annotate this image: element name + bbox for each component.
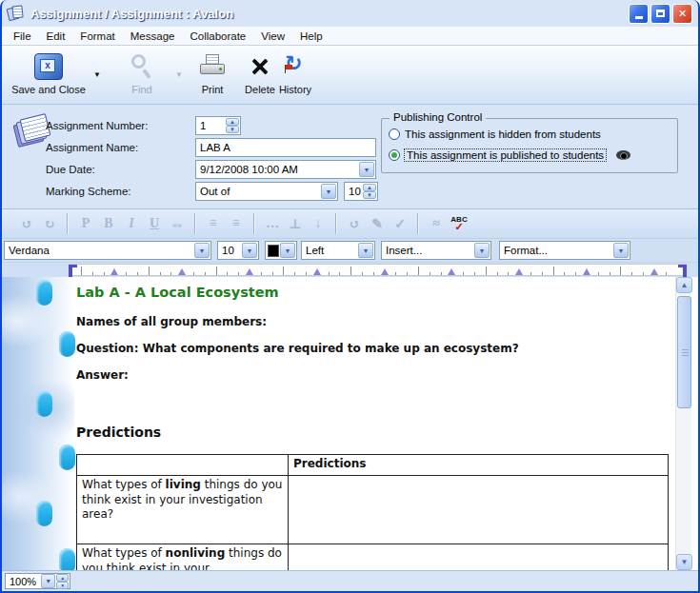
question-cell[interactable]: What types of living things do you think… <box>77 476 289 544</box>
ruler-tick <box>508 272 509 275</box>
left-margin-marker[interactable] <box>69 265 77 277</box>
assignment-number-stepper[interactable]: 1 ▲▼ <box>195 116 241 135</box>
marking-points-stepper[interactable]: 10 ▲▼ <box>344 182 378 201</box>
tab-marker <box>246 268 253 275</box>
right-margin-marker[interactable] <box>678 265 687 277</box>
delete-icon <box>250 56 270 77</box>
scroll-up-icon[interactable]: ▲ <box>676 277 692 293</box>
tab-marker <box>515 268 523 275</box>
alignment-combobox[interactable]: Left ▼ <box>301 241 375 260</box>
marking-scheme-combobox[interactable]: Out of ▼ <box>195 182 338 201</box>
insert-combobox[interactable]: Insert... ▼ <box>381 241 491 260</box>
quote-icon: «» <box>168 214 187 233</box>
ruler-tick <box>339 272 340 275</box>
menu-edit[interactable]: Edit <box>39 29 73 44</box>
font-toolbar: Verdana ▼ 10 ▼ ▼ Left ▼ Insert... ▼ Form… <box>2 239 698 263</box>
assignment-name-field[interactable] <box>200 142 375 153</box>
close-button[interactable]: ✕ <box>672 4 692 24</box>
marking-scheme-dropdown-icon[interactable]: ▼ <box>321 184 336 199</box>
question-cell[interactable]: What types of nonliving things do you th… <box>77 544 289 571</box>
window-title: Assignment / Assignment : Avalon <box>30 7 629 21</box>
format-dropdown-icon[interactable]: ▼ <box>613 243 629 258</box>
published-option-row[interactable]: This assignment is published to students <box>389 148 630 163</box>
minimize-button[interactable] <box>629 4 649 24</box>
font-color-dropdown-icon[interactable]: ▼ <box>280 243 295 258</box>
ruler-tick <box>395 272 396 275</box>
published-option-label: This assignment is published to students <box>405 149 606 161</box>
number-up-icon[interactable]: ▲ <box>226 118 239 126</box>
status-bar: 100% ▼ ▲▼ <box>2 570 698 591</box>
menu-help[interactable]: Help <box>292 29 330 44</box>
zoom-control[interactable]: 100% ▼ ▲▼ <box>5 573 70 589</box>
document-line: Answer: <box>76 368 129 382</box>
font-size-dropdown-icon[interactable]: ▼ <box>242 243 257 258</box>
tab-marker <box>178 268 186 275</box>
points-up-icon[interactable]: ▲ <box>363 184 376 191</box>
spellcheck-icon[interactable]: ABC✓ <box>450 214 469 233</box>
ruler-tick <box>193 272 194 275</box>
number-down-icon[interactable]: ▼ <box>226 126 239 133</box>
font-color-combobox[interactable]: ▼ <box>265 241 297 260</box>
predictions-header-cell[interactable]: Predictions <box>289 455 669 476</box>
ruler-tick <box>227 272 228 275</box>
answer-cell[interactable] <box>289 476 669 544</box>
ruler-tick <box>294 272 295 275</box>
menu-collaborate[interactable]: Collaborate <box>182 29 253 44</box>
answer-cell[interactable] <box>289 544 669 571</box>
zoom-dropdown-icon[interactable]: ▼ <box>41 574 55 588</box>
ruler-tick <box>620 267 621 275</box>
due-date-dropdown-icon[interactable]: ▼ <box>359 162 374 177</box>
document-heading: Lab A - A Local Ecosystem <box>76 285 279 300</box>
ruler-tick <box>407 272 408 275</box>
font-family-dropdown-icon[interactable]: ▼ <box>194 243 210 258</box>
color-swatch <box>268 245 279 257</box>
published-radio[interactable] <box>389 149 400 161</box>
ruler-tick <box>216 267 217 275</box>
ruler-tick <box>283 267 284 275</box>
ruler-tick <box>205 272 206 275</box>
undo-icon: ↺ <box>17 214 36 233</box>
history-button[interactable]: ↻ History <box>269 49 322 95</box>
save-dropdown-arrow-icon[interactable]: ▼ <box>93 70 101 79</box>
predictions-table: Predictions What types of living things … <box>76 454 669 570</box>
paragraph-icon: P <box>76 214 95 233</box>
assignment-name-label: Assignment Name: <box>46 142 195 153</box>
hidden-option-row[interactable]: This assignment is hidden from students <box>389 127 601 142</box>
font-family-combobox[interactable]: Verdana ▼ <box>4 241 211 260</box>
menu-view[interactable]: View <box>253 29 292 44</box>
scroll-down-icon[interactable]: ▼ <box>676 554 692 570</box>
format-combobox[interactable]: Format... ▼ <box>499 241 630 260</box>
due-date-combobox[interactable]: 9/12/2008 10:00 AM ▼ <box>195 160 376 179</box>
ruler-tick <box>362 272 363 275</box>
zoom-up-icon[interactable]: ▲ <box>56 574 69 582</box>
empty-header-cell[interactable] <box>77 455 289 476</box>
table-row: What types of living things do you think… <box>77 476 669 544</box>
insert-dropdown-icon[interactable]: ▼ <box>474 243 490 258</box>
ruler-tick <box>160 272 161 275</box>
ruler-tick <box>306 272 307 275</box>
find-dropdown-arrow-icon: ▼ <box>175 70 183 79</box>
maximize-button[interactable] <box>650 4 670 24</box>
print-button[interactable]: Print <box>190 49 234 95</box>
ruler <box>2 263 698 277</box>
font-size-combobox[interactable]: 10 ▼ <box>217 241 259 260</box>
table-header-row: Predictions <box>77 455 669 476</box>
ruler-tick <box>530 272 531 275</box>
document-content[interactable]: Lab A - A Local Ecosystem Names of all g… <box>2 277 675 570</box>
scrollbar-thumb[interactable] <box>677 296 691 408</box>
menu-file[interactable]: File <box>6 29 39 44</box>
document-area[interactable]: Lab A - A Local Ecosystem Names of all g… <box>2 277 698 570</box>
section-heading: Predictions <box>76 425 161 440</box>
points-down-icon[interactable]: ▼ <box>363 191 376 199</box>
alignment-dropdown-icon[interactable]: ▼ <box>358 243 373 258</box>
ruler-tick <box>104 272 105 275</box>
hidden-radio[interactable] <box>389 128 400 140</box>
dotted-rule-icon: … <box>263 214 282 233</box>
menu-message[interactable]: Message <box>123 29 183 44</box>
vertical-scrollbar[interactable]: ▲ ▼ <box>675 277 691 570</box>
formatting-toolbar: ↺↻PBIU«»≡≡…⊥↓↺✎✓≈ABC✓ <box>2 209 698 239</box>
save-and-close-button[interactable]: x Save and Close <box>8 49 90 95</box>
menu-bar: FileEditFormatMessageCollaborateViewHelp <box>2 27 698 46</box>
zoom-down-icon[interactable]: ▼ <box>56 582 69 589</box>
menu-format[interactable]: Format <box>72 29 122 44</box>
